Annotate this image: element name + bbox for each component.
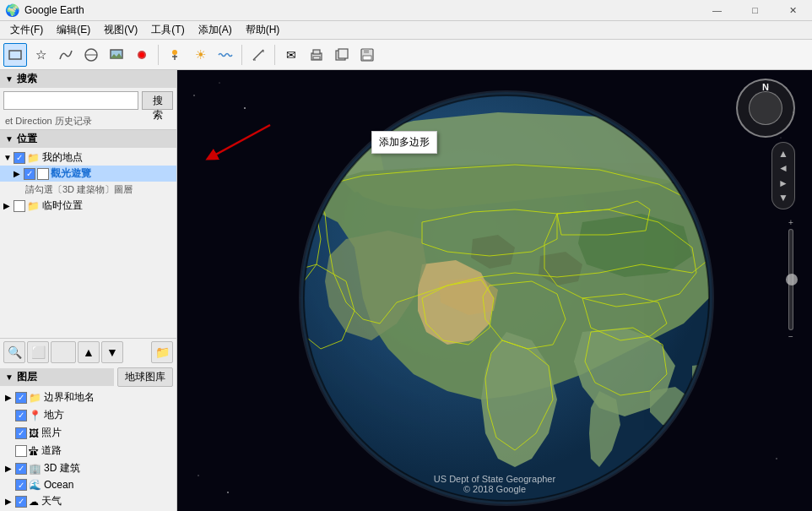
map-area[interactable]: 添加多边形 N ▲ ◄ ► ▼ + − (177, 70, 812, 511)
nav-tool-btn[interactable] (51, 341, 76, 363)
image-overlay-btn[interactable] (105, 43, 128, 67)
tooltip-arrow-svg (194, 117, 279, 163)
layer-ocean[interactable]: ▶ ✓ 🌊 Ocean (0, 477, 176, 492)
search-row: 搜索 (0, 88, 176, 113)
temp-item[interactable]: ▶ 📁 临时位置 (0, 198, 176, 214)
path-btn[interactable] (54, 43, 78, 67)
menu-help[interactable]: 帮助(H) (239, 21, 287, 39)
tour-expand[interactable]: ▶ (14, 169, 24, 178)
boundaries-checkbox[interactable]: ✓ (15, 392, 27, 404)
my-places-checkbox[interactable]: ✓ (14, 152, 25, 164)
my-places-folder-icon: 📁 (27, 152, 40, 164)
temp-label: 临时位置 (42, 198, 83, 213)
search-input[interactable] (3, 91, 138, 110)
polygon-tool-btn[interactable] (3, 43, 27, 67)
minimize-btn[interactable]: — (698, 0, 736, 21)
placemark-btn[interactable]: ☆ (29, 43, 52, 67)
sidebar-tools: 🔍 ⬜ ▲ ▼ 📁 (0, 339, 176, 366)
tour-checkbox[interactable]: ✓ (24, 168, 35, 180)
my-places-item[interactable]: ▼ ✓ 📁 我的地点 (0, 149, 176, 166)
layer-roads[interactable]: ▶ 🛣 道路 (0, 442, 176, 459)
roads-checkbox[interactable] (15, 445, 27, 457)
ocean-icon: 🌊 (29, 479, 41, 491)
zoom-tool-btn[interactable]: ⬜ (27, 341, 49, 363)
layer-boundaries[interactable]: ▶ ✓ 📁 边界和地名 (0, 389, 176, 406)
measure-btn[interactable] (246, 43, 270, 67)
temp-checkbox[interactable] (14, 200, 25, 212)
sidebar: ▼ 搜索 搜索 et Direction 历史记录 ▼ 位置 ▼ ✓ (0, 70, 177, 511)
my-places-expand[interactable]: ▼ (3, 153, 14, 162)
close-btn[interactable]: ✕ (774, 0, 812, 21)
sidebar-bottom: 🔍 ⬜ ▲ ▼ 📁 (0, 338, 176, 366)
sun-btn[interactable]: ☀ (188, 43, 212, 67)
up-tool-btn[interactable]: ▲ (78, 341, 100, 363)
menu-file[interactable]: 文件(F) (3, 21, 50, 39)
places-layer-label: 地方 (44, 408, 64, 422)
save-image-btn[interactable] (355, 43, 379, 67)
down-tool-btn[interactable]: ▼ (101, 341, 123, 363)
tour-note: 請勾選〔3D 建築物〕圖層 (0, 182, 176, 198)
menu-view[interactable]: 视图(V) (97, 21, 144, 39)
places-layer-checkbox[interactable]: ✓ (15, 410, 27, 421)
layer-places[interactable]: ▶ ✓ 📍 地方 (0, 406, 176, 424)
roads-icon: 🛣 (29, 445, 39, 457)
menu-add[interactable]: 添加(A) (192, 21, 239, 39)
record-tour-btn[interactable] (130, 43, 154, 67)
svg-rect-15 (313, 57, 320, 59)
tour-item[interactable]: ▶ ✓ 觀光遊覽 (0, 166, 176, 182)
zoom-slider[interactable]: + − (788, 218, 793, 341)
nav-down-btn[interactable]: ▼ (778, 192, 788, 204)
search-tool-btn[interactable]: 🔍 (3, 341, 25, 363)
window-controls: — □ ✕ (698, 0, 812, 21)
nav-left-btn[interactable]: ◄ (778, 162, 788, 174)
buildings-expand[interactable]: ▶ (5, 464, 15, 473)
app-title: Google Earth (24, 4, 698, 16)
print-btn[interactable] (305, 43, 328, 67)
navigation-compass[interactable]: N (736, 79, 795, 138)
layer-weather[interactable]: ▶ ✓ ☁ 天气 (0, 492, 176, 510)
zoom-in-label: + (788, 218, 793, 227)
photos-checkbox[interactable]: ✓ (15, 427, 27, 439)
compass-inner (749, 91, 782, 125)
boundaries-expand[interactable]: ▶ (5, 393, 15, 402)
menu-tools[interactable]: 工具(T) (144, 21, 191, 39)
compass-north-label: N (762, 82, 769, 92)
buildings-checkbox[interactable]: ✓ (15, 463, 27, 475)
layer-photos[interactable]: ▶ ✓ 🖼 照片 (0, 424, 176, 442)
zoom-out-label: − (788, 332, 793, 341)
ocean-btn[interactable] (214, 43, 237, 67)
layer-3d-buildings[interactable]: ▶ ✓ 🏢 3D 建筑 (0, 459, 176, 477)
nav-ring: ▲ ◄ ► ▼ (771, 142, 795, 209)
boundaries-folder-icon: 📁 (29, 392, 41, 404)
email-btn[interactable]: ✉ (279, 43, 303, 67)
slider-thumb[interactable] (786, 274, 798, 285)
layers-arrow: ▼ (5, 372, 14, 382)
layers-header[interactable]: ▼ 图层 (0, 368, 114, 386)
tour-sub-checkbox[interactable] (37, 168, 49, 180)
library-btn[interactable]: 地球图库 (117, 367, 173, 387)
separator-1 (158, 45, 159, 65)
slider-track[interactable] (788, 229, 793, 330)
maximize-btn[interactable]: □ (736, 0, 774, 21)
overlay-btn[interactable] (79, 43, 103, 67)
ocean-label: Ocean (44, 479, 73, 491)
search-button[interactable]: 搜索 (142, 91, 173, 110)
weather-expand[interactable]: ▶ (5, 497, 15, 506)
nav-ring-outer: ▲ ◄ ► ▼ (771, 142, 795, 209)
ocean-checkbox[interactable]: ✓ (15, 479, 27, 491)
tour-label: 觀光遊覽 (51, 166, 91, 181)
search-header[interactable]: ▼ 搜索 (0, 70, 176, 88)
street-view-btn[interactable] (163, 43, 187, 67)
nav-up-btn[interactable]: ▲ (778, 148, 788, 160)
places-tree: ▼ ✓ 📁 我的地点 ▶ ✓ 觀光遊覽 請勾選〔3D 建築物〕圖層 ▶ (0, 148, 176, 338)
folder-tool-btn[interactable]: 📁 (151, 341, 173, 363)
svg-point-6 (139, 52, 144, 57)
nav-right-btn[interactable]: ► (778, 177, 788, 189)
temp-expand[interactable]: ▶ (3, 201, 14, 210)
copy-image-btn[interactable] (330, 43, 354, 67)
places-header[interactable]: ▼ 位置 (0, 130, 176, 148)
compass-ring[interactable]: N (736, 79, 795, 138)
menu-edit[interactable]: 编辑(E) (50, 21, 97, 39)
weather-checkbox[interactable]: ✓ (15, 496, 27, 508)
main-content: ▼ 搜索 搜索 et Direction 历史记录 ▼ 位置 ▼ ✓ (0, 70, 812, 511)
